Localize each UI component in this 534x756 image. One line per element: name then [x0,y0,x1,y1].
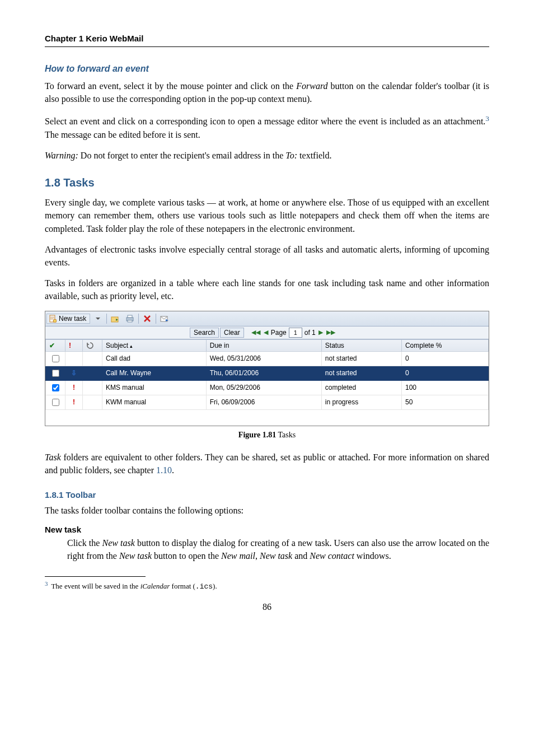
svg-rect-4 [128,315,132,318]
section-heading-toolbar: 1.8.1 Toolbar [45,490,489,500]
text: . [172,465,174,475]
definition-term: New task [45,525,489,534]
text-italic: Forward [296,81,327,91]
col-done[interactable]: ✔ [46,339,65,351]
subject-cell: KWM manual [102,395,207,409]
page-number-input[interactable] [289,328,302,338]
col-due[interactable]: Due in [206,339,321,351]
text-italic: New task [119,551,152,561]
separator [138,314,139,324]
footnote-ref[interactable]: 3 [485,114,489,123]
pager-prev-icon[interactable]: ◀ [262,329,270,336]
footnote: 3The event will be saved in the iCalenda… [45,580,489,591]
page-label: Page [270,329,288,337]
move-button[interactable] [109,312,122,325]
text-italic: To: [285,151,297,160]
col-status[interactable]: Status [321,339,401,351]
col-recurrence[interactable] [83,339,102,351]
text-italic: iCalendar [140,582,170,590]
caption-text: Tasks [276,431,296,439]
print-button[interactable] [123,312,137,325]
section-heading-forward: How to forward an event [45,64,489,74]
col-subject[interactable]: Subject [102,339,207,351]
text: textfield. [297,151,331,160]
table-row[interactable]: !KWM manualFri, 06/09/2006in progress50 [46,395,489,409]
priority-high-icon: ! [73,398,75,406]
status-cell: not started [321,366,401,380]
text: The message can be edited before it is s… [45,130,200,139]
footnote-number: 3 [45,580,48,587]
text: To forward an event, select it by the mo… [45,81,296,91]
pager-first-icon[interactable]: ◀◀ [250,329,262,336]
header-rule [45,46,489,47]
table-row[interactable]: !KMS manualMon, 05/29/2006completed100 [46,380,489,395]
done-checkbox[interactable] [52,384,59,391]
due-cell: Thu, 06/01/2006 [206,366,321,380]
paragraph: Tasks in folders are organized in a tabl… [45,277,489,302]
pager-next-icon[interactable]: ▶ [317,329,325,336]
delete-button[interactable] [140,312,154,325]
paragraph: To forward an event, select it by the mo… [45,80,489,105]
tasks-screenshot: New task Search Clear [45,311,489,426]
delete-icon [143,315,151,323]
done-checkbox[interactable] [52,399,59,406]
text-italic: New task [102,538,134,548]
tasks-table: ✔ ! Subject Due in Status Complete % Cal… [45,339,489,410]
text-code: .ics [195,582,213,591]
text-italic: New mail [221,551,255,561]
subject-cell: Call Mr. Wayne [102,366,207,380]
forward-button[interactable] [158,312,171,325]
text-italic: New contact [310,551,354,561]
col-complete[interactable]: Complete % [401,339,488,351]
complete-cell: 0 [401,366,488,380]
text: The event will be saved in the [51,582,140,590]
chevron-down-icon [96,316,100,321]
text: and [292,551,310,561]
status-cell: completed [321,380,401,395]
text: windows. [354,551,391,561]
text: ). [213,582,217,590]
paragraph: The tasks folder toolbar contains the fo… [45,504,489,517]
dropdown-arrow-button[interactable] [91,312,105,325]
separator [106,314,107,324]
priority-cell: ! [65,380,83,395]
search-button[interactable]: Search [190,328,219,338]
paragraph: Advantages of electronic tasks involve e… [45,243,489,269]
definition-body: Click the New task button to display the… [67,536,489,562]
svg-point-1 [53,319,57,323]
text-italic: New task [260,551,292,561]
footnote-rule [45,576,146,577]
chapter-link[interactable]: 1.10 [156,465,172,475]
clear-button[interactable]: Clear [220,328,244,338]
text-italic: Task [45,452,61,462]
table-row[interactable]: Call dadWed, 05/31/2006not started0 [46,351,489,366]
priority-cell: ⇩ [65,366,83,380]
priority-low-icon: ⇩ [71,369,77,377]
paragraph: Warning: Do not forget to enter the reci… [45,149,489,162]
priority-cell [65,351,83,366]
table-row[interactable]: ⇩Call Mr. WayneThu, 06/01/2006not starte… [46,366,489,380]
figure-caption: Figure 1.81 Tasks [45,431,489,440]
text: format ( [170,582,195,590]
text: button to open the [152,551,221,561]
caption-number: Figure 1.81 [238,431,276,439]
text: , [255,551,260,561]
done-checkbox[interactable] [52,370,59,377]
page-of-label: of 1 [303,329,317,337]
done-checkbox[interactable] [52,355,59,362]
priority-cell: ! [65,395,83,409]
recurrence-icon [86,342,94,349]
section-heading-tasks: 1.8 Tasks [45,176,489,189]
due-cell: Wed, 05/31/2006 [206,351,321,366]
folder-move-icon [111,314,120,323]
text: Select an event and click on a correspon… [45,117,485,127]
col-priority[interactable]: ! [65,339,83,351]
recurrence-cell [83,380,102,395]
new-task-label: New task [59,315,86,323]
new-task-button[interactable]: New task [46,314,90,324]
complete-cell: 100 [401,380,488,395]
pager-last-icon[interactable]: ▶▶ [325,329,337,336]
text: Click the [67,538,102,548]
subject-cell: Call dad [102,351,207,366]
complete-cell: 50 [401,395,488,409]
